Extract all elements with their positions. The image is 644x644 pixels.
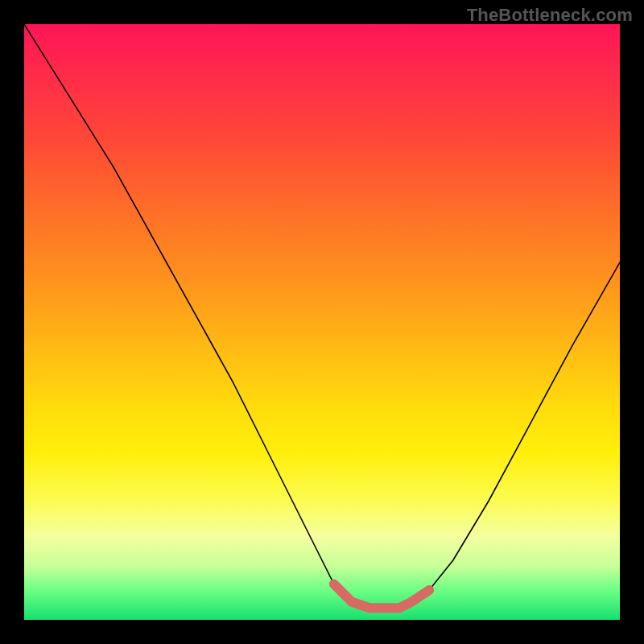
bottleneck-curve bbox=[24, 24, 620, 608]
plot-svg bbox=[24, 24, 620, 620]
watermark-label: TheBottleneck.com bbox=[467, 5, 633, 26]
chart-frame: TheBottleneck.com bbox=[0, 0, 644, 644]
valley-floor-segment bbox=[334, 584, 429, 609]
plot-area bbox=[24, 24, 620, 620]
